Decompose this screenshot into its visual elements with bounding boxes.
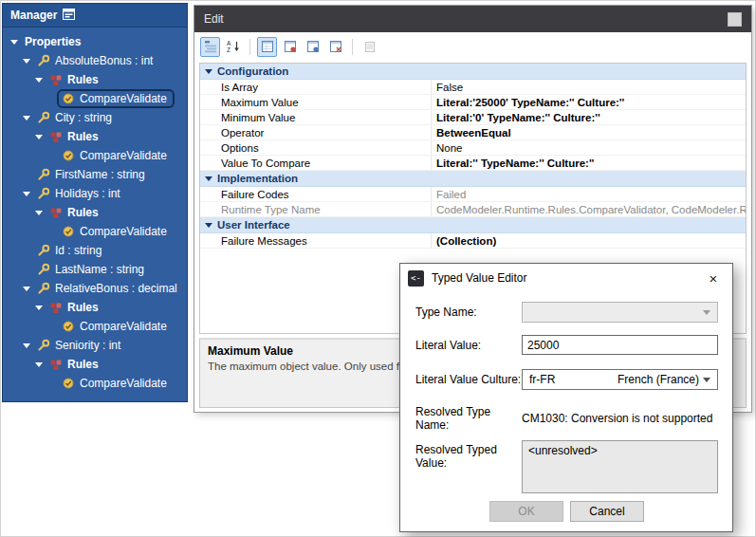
category-label: Implementation xyxy=(217,173,298,184)
property-value[interactable]: Failed xyxy=(432,187,746,201)
tree-item-comparevalidate[interactable]: CompareValidate xyxy=(3,146,187,165)
resolved-typed-value-text: <unresolved> xyxy=(528,444,598,457)
tree-item-rules[interactable]: Rules xyxy=(3,127,187,146)
property-row-value-to-compare[interactable]: Value To CompareLiteral:'' TypeName:'' C… xyxy=(200,156,746,171)
property-value[interactable]: (Collection) xyxy=(432,233,746,248)
rules-icon xyxy=(49,130,63,143)
culture-code: fr-FR xyxy=(529,373,555,386)
property-row-maximum-value[interactable]: Maximum ValueLiteral:'25000' TypeName:''… xyxy=(200,95,746,110)
tree-item-relativebonus-decimal[interactable]: RelativeBonus : decimal xyxy=(3,279,187,298)
expander-icon[interactable] xyxy=(33,74,45,86)
category-configuration[interactable]: Configuration xyxy=(200,64,746,80)
chevron-down-icon xyxy=(703,378,710,386)
tree-item-label: CompareValidate xyxy=(80,92,167,105)
resolved-type-name-label: Resolved Type Name: xyxy=(415,405,522,432)
collapse-chevron-icon xyxy=(205,223,212,231)
property-value[interactable]: BetweenEqual xyxy=(432,125,746,139)
grid-view-d-icon[interactable] xyxy=(325,37,345,57)
cancel-button[interactable]: Cancel xyxy=(570,501,644,522)
tree-body: PropertiesAbsoluteBonus : intRulesCompar… xyxy=(3,28,187,393)
categorized-icon[interactable] xyxy=(200,37,220,57)
property-value[interactable]: Literal:'' TypeName:'' Culture:'' xyxy=(432,156,746,170)
tree-item-label: CompareValidate xyxy=(80,377,167,390)
tree-item-label: Rules xyxy=(67,73,99,86)
model-tree-panel: Manager PropertiesAbsoluteBonus : intRul… xyxy=(2,3,188,402)
property-row-runtime-type-name[interactable]: Runtime Type NameCodeModeler.Runtime.Rul… xyxy=(200,202,746,217)
type-name-dropdown xyxy=(522,302,718,323)
edit-window-title: Edit xyxy=(204,12,224,26)
tree-item-city-string[interactable]: City : string xyxy=(3,108,187,127)
grid-view-b-icon[interactable] xyxy=(280,37,300,57)
rules-icon xyxy=(49,206,63,219)
expander-icon[interactable] xyxy=(21,283,32,295)
tree-item-rules[interactable]: Rules xyxy=(3,355,187,374)
dialog-titlebar: <- Typed Value Editor × xyxy=(400,264,732,292)
property-value[interactable]: False xyxy=(432,80,746,94)
tree-item-properties[interactable]: Properties xyxy=(3,32,187,51)
edit-close-button[interactable] xyxy=(728,12,742,27)
svg-text:A: A xyxy=(227,40,231,46)
expander-icon[interactable] xyxy=(33,359,45,371)
expander-icon[interactable] xyxy=(21,55,32,67)
expander-icon[interactable] xyxy=(21,112,32,124)
expander-icon[interactable] xyxy=(33,207,45,219)
tree-item-id-string[interactable]: Id : string xyxy=(3,241,187,260)
tree-item-holidays-int[interactable]: Holidays : int xyxy=(3,184,187,203)
property-name: Is Array xyxy=(200,80,432,94)
property-row-minimum-value[interactable]: Minimum ValueLiteral:'0' TypeName:'' Cul… xyxy=(200,110,746,125)
tree-item-label: RelativeBonus : decimal xyxy=(55,282,177,295)
type-name-label: Type Name: xyxy=(415,306,522,319)
svg-text:Z: Z xyxy=(227,46,230,53)
rules-icon xyxy=(49,358,63,371)
grid-view-a-icon[interactable] xyxy=(257,37,277,57)
property-value[interactable]: Literal:'25000' TypeName:'' Culture:'' xyxy=(432,95,746,109)
expander-icon[interactable] xyxy=(33,302,45,314)
tree-item-rules[interactable]: Rules xyxy=(3,203,187,222)
tree-item-comparevalidate[interactable]: CompareValidate xyxy=(3,317,187,336)
category-implementation[interactable]: Implementation xyxy=(200,171,746,187)
tree-item-comparevalidate[interactable]: CompareValidate xyxy=(3,374,187,393)
literal-value-input[interactable]: 25000 xyxy=(522,335,718,355)
tree-item-comparevalidate[interactable]: CompareValidate xyxy=(3,222,187,241)
property-value[interactable]: Literal:'0' TypeName:'' Culture:'' xyxy=(432,110,746,124)
manager-icon xyxy=(63,9,76,22)
property-row-options[interactable]: OptionsNone xyxy=(200,140,746,156)
chevron-down-icon xyxy=(703,310,710,319)
property-value[interactable]: CodeModeler.Runtime.Rules.CompareValidat… xyxy=(432,202,746,216)
expander-icon[interactable] xyxy=(21,340,32,352)
tree-item-seniority-int[interactable]: Seniority : int xyxy=(3,336,187,355)
tree-item-label: Rules xyxy=(67,130,99,143)
expander-icon[interactable] xyxy=(21,188,32,200)
literal-value-culture-dropdown[interactable]: fr-FR French (France) xyxy=(522,369,718,390)
category-label: User Interface xyxy=(217,219,290,231)
tree-title-bar: Manager xyxy=(3,4,187,28)
toolbar-separator xyxy=(352,39,353,55)
sort-alphabetical-icon[interactable]: AZ xyxy=(223,37,243,57)
property-name: Runtime Type Name xyxy=(200,202,432,216)
property-value[interactable]: None xyxy=(432,140,746,155)
expander-icon[interactable] xyxy=(9,36,20,48)
collapse-chevron-icon xyxy=(205,69,212,78)
grid-view-c-icon[interactable] xyxy=(303,37,323,57)
property-name: Failure Messages xyxy=(200,233,432,248)
edit-window-titlebar: Edit xyxy=(194,6,751,32)
expander-icon[interactable] xyxy=(33,131,45,143)
tree-item-comparevalidate[interactable]: CompareValidate xyxy=(3,89,187,108)
property-row-failure-messages[interactable]: Failure Messages(Collection) xyxy=(200,233,746,249)
dialog-close-button[interactable]: × xyxy=(694,265,732,292)
property-row-is-array[interactable]: Is ArrayFalse xyxy=(200,80,746,95)
tree-item-firstname-string[interactable]: FirstName : string xyxy=(3,165,187,184)
property-row-operator[interactable]: OperatorBetweenEqual xyxy=(200,125,746,140)
screen: Manager PropertiesAbsoluteBonus : intRul… xyxy=(0,0,756,537)
tree-item-lastname-string[interactable]: LastName : string xyxy=(3,260,187,279)
tree-item-rules[interactable]: Rules xyxy=(3,70,187,89)
tree-item-label: Holidays : int xyxy=(55,187,120,200)
tree-item-absolutebonus-int[interactable]: AbsoluteBonus : int xyxy=(3,51,187,70)
tree-item-rules[interactable]: Rules xyxy=(3,298,187,317)
tree-item-label: Seniority : int xyxy=(55,339,120,352)
category-user-interface[interactable]: User Interface xyxy=(200,217,746,233)
tree-item-label: Rules xyxy=(67,206,99,219)
dialog-title: Typed Value Editor xyxy=(432,271,687,285)
property-grid-toolbar: AZ xyxy=(194,32,751,61)
property-row-failure-codes[interactable]: Failure CodesFailed xyxy=(200,187,746,202)
